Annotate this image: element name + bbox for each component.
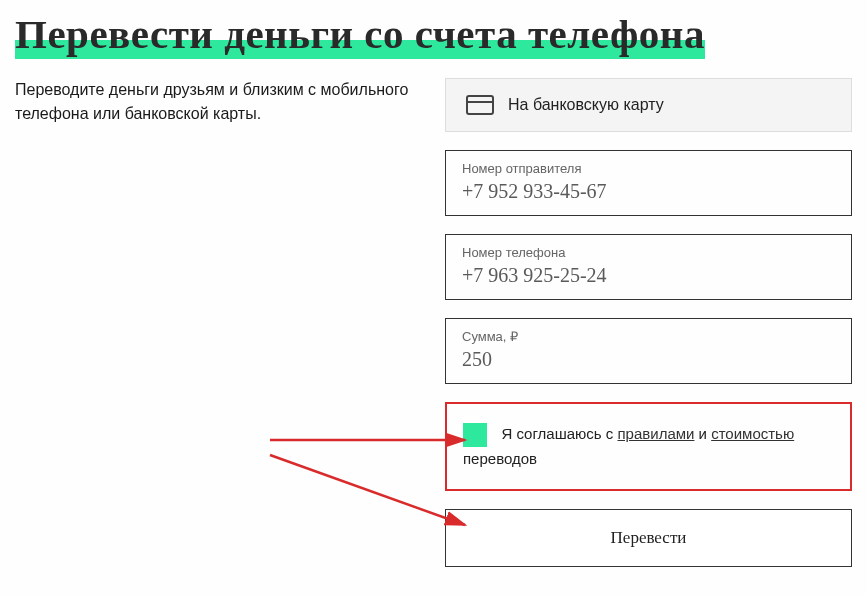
transfer-button[interactable]: Перевести bbox=[445, 509, 852, 567]
consent-container: Я соглашаюсь с правилами и стоимостью пе… bbox=[445, 402, 852, 491]
card-icon bbox=[466, 95, 494, 115]
phone-number-input[interactable] bbox=[462, 264, 835, 287]
amount-input[interactable] bbox=[462, 348, 835, 371]
consent-prefix: Я соглашаюсь с bbox=[501, 425, 617, 442]
amount-label: Сумма, ₽ bbox=[462, 329, 835, 344]
phone-number-field[interactable]: Номер телефона bbox=[445, 234, 852, 300]
consent-text: Я соглашаюсь с правилами и стоимостью пе… bbox=[463, 425, 794, 467]
cost-link[interactable]: стоимостью bbox=[711, 425, 794, 442]
description-text: Переводите деньги друзьям и близким с мо… bbox=[15, 78, 415, 126]
amount-field[interactable]: Сумма, ₽ bbox=[445, 318, 852, 384]
transfer-method-tab[interactable]: На банковскую карту bbox=[445, 78, 852, 132]
tab-card-label: На банковскую карту bbox=[508, 96, 664, 114]
consent-mid: и bbox=[694, 425, 711, 442]
sender-number-field[interactable]: Номер отправителя bbox=[445, 150, 852, 216]
consent-checkbox[interactable] bbox=[463, 423, 487, 447]
sender-number-label: Номер отправителя bbox=[462, 161, 835, 176]
consent-suffix: переводов bbox=[463, 450, 537, 467]
sender-number-input[interactable] bbox=[462, 180, 835, 203]
page-title: Перевести деньги со счета телефона bbox=[15, 11, 705, 59]
rules-link[interactable]: правилами bbox=[617, 425, 694, 442]
phone-number-label: Номер телефона bbox=[462, 245, 835, 260]
